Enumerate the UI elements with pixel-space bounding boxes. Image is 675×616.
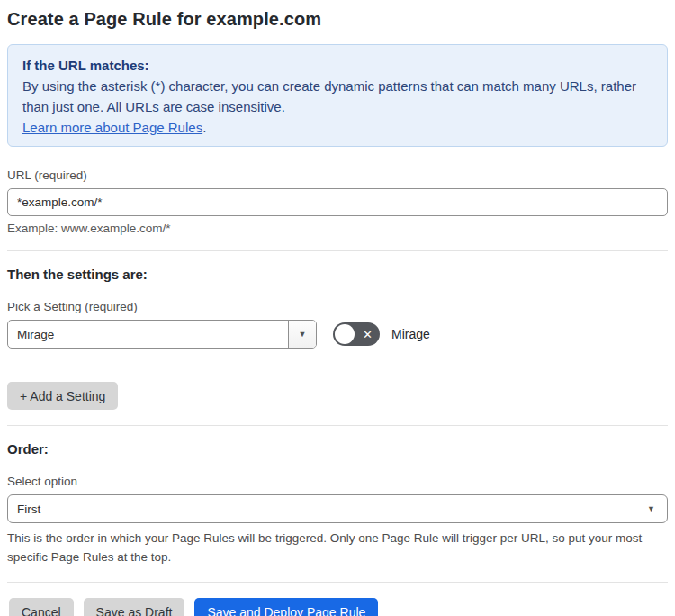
info-box-link-line: Learn more about Page Rules. bbox=[22, 117, 652, 138]
setting-select-value: Mirage bbox=[8, 321, 288, 348]
link-period: . bbox=[202, 120, 206, 135]
select-option-label: Select option bbox=[7, 475, 668, 488]
order-select[interactable]: First ▼ bbox=[7, 494, 668, 523]
info-box-heading: If the URL matches: bbox=[22, 55, 652, 76]
setting-select[interactable]: Mirage ▼ bbox=[7, 320, 317, 349]
learn-more-link[interactable]: Learn more about Page Rules bbox=[22, 120, 202, 135]
order-heading: Order: bbox=[7, 441, 668, 457]
chevron-down-icon: ▼ bbox=[299, 331, 307, 339]
divider bbox=[7, 582, 668, 583]
url-input[interactable] bbox=[7, 188, 668, 216]
page-rule-form: Create a Page Rule for example.com If th… bbox=[0, 0, 675, 616]
save-draft-button[interactable]: Save as Draft bbox=[84, 598, 185, 616]
page-title: Create a Page Rule for example.com bbox=[7, 9, 668, 30]
order-helper-text: This is the order in which your Page Rul… bbox=[7, 529, 668, 566]
url-label: URL (required) bbox=[7, 168, 668, 182]
mirage-toggle[interactable]: ✕ bbox=[333, 322, 380, 346]
pick-setting-label: Pick a Setting (required) bbox=[7, 300, 668, 313]
url-helper-text: Example: www.example.com/* bbox=[7, 222, 668, 235]
chevron-down-icon: ▼ bbox=[647, 505, 655, 513]
add-setting-button[interactable]: + Add a Setting bbox=[7, 382, 118, 410]
toggle-off-x-icon: ✕ bbox=[363, 329, 373, 340]
footer-actions: Cancel Save as Draft Save and Deploy Pag… bbox=[7, 598, 668, 616]
toggle-label: Mirage bbox=[392, 327, 430, 341]
info-box-body: By using the asterisk (*) character, you… bbox=[22, 76, 652, 117]
cancel-button[interactable]: Cancel bbox=[9, 598, 74, 616]
order-select-value: First bbox=[17, 503, 40, 516]
setting-select-arrow-button[interactable]: ▼ bbox=[288, 321, 316, 348]
setting-row: Mirage ▼ ✕ Mirage bbox=[7, 320, 668, 349]
settings-heading: Then the settings are: bbox=[7, 267, 668, 282]
save-deploy-button[interactable]: Save and Deploy Page Rule bbox=[194, 598, 378, 616]
url-match-info-box: If the URL matches: By using the asteris… bbox=[7, 44, 668, 147]
toggle-knob bbox=[335, 324, 355, 344]
divider bbox=[7, 425, 668, 426]
divider bbox=[7, 250, 668, 251]
